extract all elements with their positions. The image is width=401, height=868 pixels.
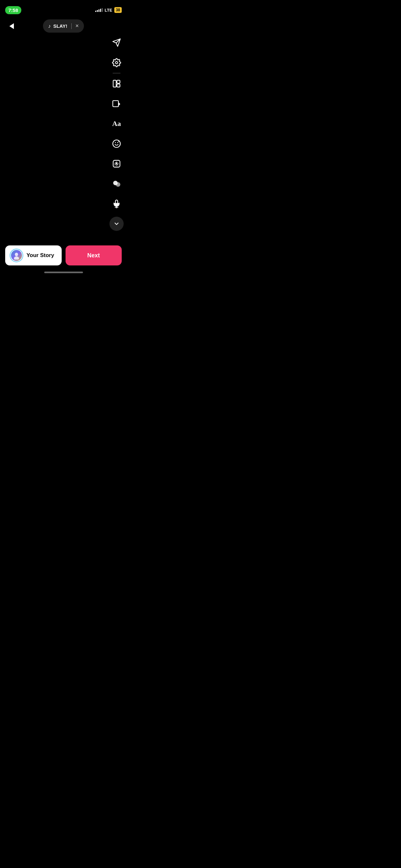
status-bar: 7:58 LTE 38 [0,0,127,16]
battery-indicator: 38 [114,7,122,13]
text-icon: Aa [112,120,121,128]
filter-icon [112,179,121,188]
back-chevron-icon [9,23,14,29]
filter-button[interactable] [110,177,124,191]
sticker-button[interactable] [110,97,124,111]
your-story-label: Your Story [27,252,54,259]
bottom-bar: Your Story Next [5,245,122,266]
avatar-ring [10,249,23,262]
chevron-down-icon [113,221,120,227]
music-pill[interactable]: ♪ SLAY! × [43,20,84,33]
sticker-icon [112,99,121,108]
avatar-silhouette-icon [12,251,21,259]
next-label: Next [87,252,100,259]
svg-rect-2 [117,81,120,83]
emoji-icon [112,139,121,148]
right-toolbar: Aa [110,35,124,231]
signal-bars-icon [95,8,103,12]
lte-label: LTE [104,8,112,12]
back-button[interactable] [5,20,18,33]
effects-icon [112,159,121,168]
status-time: 7:58 [5,6,21,14]
voice-button[interactable] [110,197,124,211]
top-toolbar: ♪ SLAY! × [0,16,127,36]
settings-icon [112,58,121,67]
toolbar-divider [113,73,120,73]
canvas-area [0,0,127,240]
next-button[interactable]: Next [66,245,122,266]
more-button[interactable] [110,217,124,231]
text-button[interactable]: Aa [110,117,124,131]
layout-icon [112,79,121,88]
layout-button[interactable] [110,76,124,91]
send-button[interactable] [110,35,124,50]
svg-point-14 [14,256,19,259]
status-right: LTE 38 [95,7,122,13]
avatar [11,250,22,261]
settings-button[interactable] [110,56,124,70]
music-divider [71,23,72,29]
svg-rect-3 [117,84,120,87]
svg-rect-4 [113,101,119,107]
music-note-icon: ♪ [48,23,51,29]
your-story-button[interactable]: Your Story [5,245,62,266]
effects-button[interactable] [110,157,124,171]
svg-point-9 [116,163,118,165]
svg-point-13 [15,253,18,256]
music-close-button[interactable]: × [75,23,79,29]
emoji-button[interactable] [110,136,124,151]
voice-icon [112,199,121,208]
svg-rect-1 [113,81,116,87]
svg-point-0 [116,62,118,64]
home-indicator [44,272,83,273]
send-icon [112,38,121,47]
svg-point-11 [116,182,120,187]
music-title: SLAY! [53,23,67,29]
